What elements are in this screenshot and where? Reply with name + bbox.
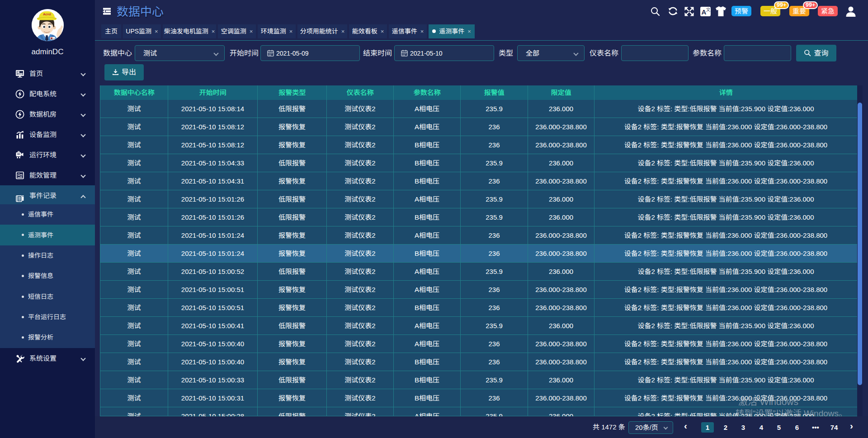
svg-text:文: 文 [706,7,711,12]
svg-text:Acrel: Acrel [43,13,51,16]
svg-text:Acrel: Acrel [51,38,55,40]
